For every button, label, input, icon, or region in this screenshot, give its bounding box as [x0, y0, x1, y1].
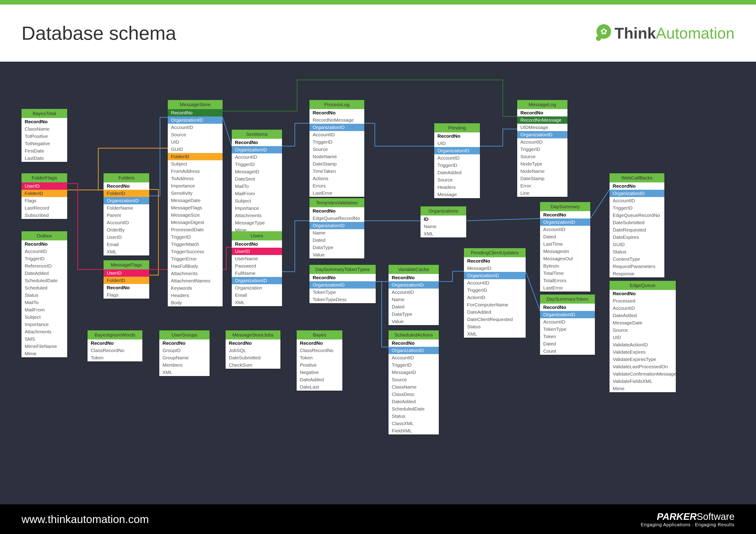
table-row: Headers: [168, 292, 223, 299]
table-row: Flags: [21, 197, 67, 204]
table-row: RecordNoMessage: [517, 116, 567, 124]
table-bayestotal: BayesTotalRecordNoClassNameTotPositiveTo…: [21, 109, 67, 162]
table-row: TriggerID: [389, 361, 439, 369]
table-row: Subject: [232, 197, 282, 205]
table-row: GroupID: [159, 347, 209, 354]
table-row: TriggerID: [168, 233, 223, 241]
table-row: JobSQL: [226, 347, 281, 354]
table-row: ClassDesc: [389, 391, 439, 398]
table-row: DateSent: [232, 175, 282, 183]
table-pending: PendingRecordNoUIDOrganizationIDAccountI…: [434, 123, 480, 198]
table-row: Dated: [389, 303, 439, 311]
table-row: RecordNo: [609, 290, 676, 297]
table-row: TriggerID: [464, 287, 526, 294]
table-folderflags: FolderFlagsUserIDFolderIDFlagsLastRecord…: [21, 173, 67, 219]
table-row: RecordNo: [389, 274, 439, 281]
table-row: Actions: [310, 175, 364, 182]
table-row: ContentType: [609, 255, 664, 263]
table-row: Source: [389, 376, 439, 383]
table-header: Pending: [434, 123, 480, 132]
table-row: Password: [232, 262, 282, 269]
table-row: Email: [103, 241, 149, 248]
table-row: ClassName: [21, 125, 67, 133]
table-row: OrganizationID: [389, 281, 439, 289]
table-row: DateStamp: [310, 160, 364, 167]
table-row: MessageType: [232, 219, 282, 226]
table-row: Dated: [540, 340, 595, 347]
table-row: TimeTaken: [310, 167, 364, 175]
table-bayesignorewords: BayesIgnoreWordsRecordNoClassRecordNoTok…: [88, 330, 142, 361]
table-row: ForComputerName: [464, 301, 526, 308]
table-row: RecordNo: [103, 284, 149, 291]
table-row: AccountID: [517, 138, 567, 146]
table-row: ScheduledDate: [21, 277, 67, 284]
table-row: ClassName: [389, 383, 439, 391]
table-row: Parent: [103, 212, 149, 219]
table-row: Flags: [103, 291, 149, 299]
table-row: MessageID: [232, 168, 282, 175]
table-row: UID: [434, 140, 480, 147]
table-row: TriggerID: [609, 204, 664, 212]
table-row: AccountID: [232, 153, 282, 161]
table-row: GUID: [609, 241, 664, 248]
table-daysummarytoken: DaySummaryTokenRecordNoOrganizationIDAcc…: [540, 294, 595, 355]
table-row: AccountID: [389, 354, 439, 361]
table-row: OrganizationID: [168, 116, 223, 124]
table-row: RecordNo: [21, 118, 67, 125]
table-row: Body: [168, 299, 223, 306]
table-messagelog: MessageLogRecordNoRecordNoMessageUIDMess…: [517, 100, 567, 197]
table-row: OrganizationID: [389, 347, 439, 354]
page-title: Database schema: [21, 22, 176, 44]
table-row: AccountID: [540, 318, 595, 325]
table-row: Status: [609, 248, 664, 255]
table-row: Errors: [310, 182, 364, 190]
table-row: RecordNo: [168, 109, 223, 116]
table-row: CheckSum: [226, 361, 281, 369]
table-row: NodeName: [310, 153, 364, 160]
table-row: UserID: [21, 182, 67, 190]
table-header: FolderFlags: [21, 173, 67, 182]
table-row: ValidateExpires: [609, 348, 676, 356]
table-organizations: OrganizationsIDNameXML: [420, 206, 466, 238]
table-header: Users: [232, 231, 282, 241]
table-row: TriggerError: [168, 255, 223, 263]
table-row: RecordNo: [389, 340, 439, 347]
table-header: UserGroups: [159, 330, 209, 340]
logo: ThinkAutomation: [593, 24, 735, 42]
table-row: OrganizationID: [310, 222, 364, 229]
table-row: ValidateFieldsXML: [609, 378, 676, 385]
table-header: Folders: [103, 173, 149, 182]
table-row: XML: [103, 248, 149, 255]
table-row: Source: [517, 153, 567, 160]
table-row: Source: [168, 131, 223, 138]
table-row: MessageID: [389, 369, 439, 376]
table-row: XML: [159, 369, 209, 376]
table-row: DataType: [389, 311, 439, 318]
table-row: Organization: [232, 284, 282, 292]
table-row: Value: [310, 251, 364, 258]
table-row: RecordNo: [232, 241, 282, 248]
table-header: MessageStoreJobs: [226, 330, 281, 340]
table-row: Value: [389, 318, 439, 325]
table-row: DateExpires: [609, 234, 664, 241]
table-row: Scheduled: [21, 284, 67, 292]
table-row: Count: [540, 347, 595, 355]
table-webcallbacks: WebCallBacksRecordNoOrganizationIDAccoun…: [609, 173, 664, 277]
table-header: EdgeQueue: [609, 281, 676, 290]
table-row: Headers: [434, 184, 480, 191]
table-row: DateAdded: [389, 398, 439, 405]
table-row: AccountID: [103, 219, 149, 226]
table-header: BayesTotal: [21, 109, 67, 118]
table-row: Token: [540, 333, 595, 340]
table-row: LastError: [540, 284, 590, 292]
table-row: MimeFileName: [21, 343, 67, 350]
table-row: AttachmentNames: [168, 277, 223, 285]
table-row: TriggerID: [232, 161, 282, 168]
table-row: Line: [517, 190, 567, 197]
table-row: Status: [21, 292, 67, 299]
table-row: OrderBy: [103, 226, 149, 234]
table-row: Status: [464, 323, 526, 330]
gear-icon: [593, 24, 611, 42]
table-row: TokenType: [310, 289, 376, 296]
table-row: NodeName: [517, 167, 567, 175]
